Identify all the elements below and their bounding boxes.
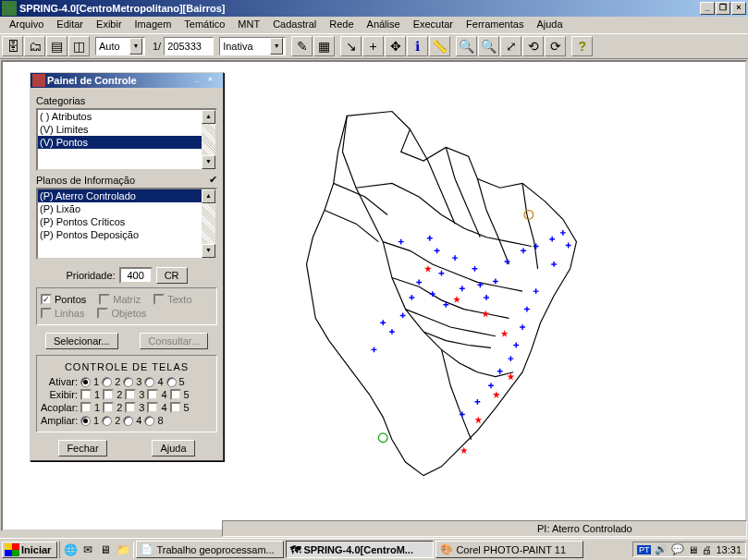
task-button[interactable]: 🗺SPRING-4.0[CentroM... — [286, 541, 434, 558]
outlook-icon[interactable]: ✉ — [80, 542, 96, 558]
check-1[interactable] — [80, 389, 92, 400]
panel-close-button[interactable]: × — [208, 75, 221, 86]
cursor-icon[interactable]: ↘ — [340, 36, 362, 56]
maximize-button[interactable]: ❐ — [716, 2, 730, 15]
menu-cadastral[interactable]: Cadastral — [267, 18, 322, 32]
panel-minimize-button[interactable]: _ — [195, 75, 208, 86]
tray-icon[interactable]: 🖥 — [688, 544, 698, 555]
texto-checkbox[interactable]: Texto — [153, 294, 191, 305]
menu-rede[interactable]: Rede — [324, 18, 359, 32]
check-3[interactable] — [125, 389, 136, 400]
menu-arquivo[interactable]: Arquivo — [4, 18, 49, 32]
next-view-icon[interactable]: ⟳ — [545, 36, 566, 56]
list-item[interactable]: (P) Lixão — [38, 202, 215, 215]
panel-titlebar[interactable]: Painel de Controle _ × — [31, 73, 223, 88]
scale-input[interactable] — [164, 37, 214, 55]
categorias-listbox[interactable]: ( ) Atributos(V) Limites(V) Pontos ▲ ▼ — [36, 108, 217, 171]
check-1[interactable] — [80, 402, 92, 413]
list-item[interactable]: (P) Pontos Deposição — [38, 228, 215, 241]
selecionar-button[interactable]: Selecionar... — [45, 333, 118, 349]
scroll-track[interactable] — [202, 124, 215, 155]
help-icon[interactable]: ? — [571, 36, 593, 56]
database-icon[interactable]: 🗄 — [2, 36, 23, 56]
lang-indicator[interactable]: PT — [637, 545, 652, 554]
radio-1[interactable] — [80, 416, 91, 426]
list-item[interactable]: (V) Limites — [38, 123, 215, 136]
measure-icon[interactable]: 📏 — [429, 36, 450, 56]
zoom-mode-combo[interactable]: Auto — [95, 37, 145, 55]
scroll-down-icon[interactable]: ▼ — [202, 244, 215, 258]
radio-1[interactable] — [80, 377, 91, 387]
radio-5[interactable] — [166, 377, 177, 387]
plus-icon[interactable]: + — [362, 36, 384, 56]
minimize-button[interactable]: _ — [700, 2, 715, 15]
objetos-checkbox[interactable]: Objetos — [97, 308, 146, 319]
info-icon[interactable]: ℹ — [407, 36, 428, 56]
tray-icon[interactable]: 🖨 — [702, 544, 712, 555]
clock[interactable]: 13:31 — [716, 544, 742, 555]
fechar-button[interactable]: Fechar — [58, 440, 106, 457]
radio-3[interactable] — [123, 377, 133, 387]
ajuda-button[interactable]: Ajuda — [152, 440, 194, 457]
start-button[interactable]: Iniciar — [2, 542, 57, 558]
list-item[interactable]: (V) Pontos — [38, 136, 215, 149]
prioridade-label: Prioridade: — [66, 270, 115, 281]
radio-8[interactable] — [144, 416, 154, 426]
ie-icon[interactable]: 🌐 — [62, 542, 79, 558]
list-item[interactable]: ( ) Atributos — [38, 110, 215, 123]
task-button[interactable]: 🎨Corel PHOTO-PAINT 11 — [435, 541, 583, 558]
check-3[interactable] — [125, 402, 136, 413]
task-button[interactable]: 📄Trabalho geoprocessam... — [136, 541, 284, 558]
menu-temático[interactable]: Temático — [178, 18, 230, 32]
project-icon[interactable]: 🗂 — [24, 36, 45, 56]
check-5[interactable] — [170, 389, 181, 400]
scroll-up-icon[interactable]: ▲ — [202, 189, 215, 203]
menu-ajuda[interactable]: Ajuda — [531, 18, 568, 32]
scroll-down-icon[interactable]: ▼ — [202, 155, 215, 169]
scroll-up-icon[interactable]: ▲ — [202, 110, 215, 124]
explorer-icon[interactable]: 📁 — [115, 542, 131, 558]
planos-listbox[interactable]: (P) Aterro Controlado(P) Lixão(P) Pontos… — [36, 188, 217, 260]
pontos-checkbox[interactable]: ✓Pontos — [41, 294, 86, 305]
check-5[interactable] — [170, 402, 181, 413]
tray-icon[interactable]: 💬 — [671, 543, 684, 555]
scrollbar[interactable]: ▲ ▼ — [202, 189, 215, 258]
layer-combo[interactable]: Inativa — [219, 37, 286, 55]
zoom-extent-icon[interactable]: ⤢ — [500, 36, 521, 56]
draw-icon[interactable]: ✎ — [291, 36, 313, 56]
check-2[interactable] — [103, 389, 114, 400]
menu-editar[interactable]: Editar — [51, 18, 89, 32]
scrollbar[interactable]: ▲ ▼ — [202, 110, 215, 169]
menu-mnt[interactable]: MNT — [232, 18, 265, 32]
menu-executar[interactable]: Executar — [408, 18, 459, 32]
check-4[interactable] — [147, 402, 158, 413]
radio-4[interactable] — [123, 416, 133, 426]
prev-view-icon[interactable]: ⟲ — [522, 36, 544, 56]
radio-4[interactable] — [144, 377, 154, 387]
grid-icon[interactable]: ▦ — [313, 36, 335, 56]
menu-ferramentas[interactable]: Ferramentas — [460, 18, 529, 32]
scroll-track[interactable] — [202, 203, 215, 244]
check-4[interactable] — [147, 389, 158, 400]
cr-button[interactable]: CR — [156, 267, 188, 284]
layers-icon[interactable]: ▤ — [46, 36, 67, 56]
prioridade-input[interactable] — [119, 267, 153, 284]
consultar-button[interactable]: Consultar... — [140, 333, 208, 349]
desktop-icon[interactable]: 🖥 — [97, 542, 114, 558]
menu-exibir[interactable]: Exibir — [91, 18, 128, 32]
radio-2[interactable] — [102, 416, 112, 426]
list-item[interactable]: (P) Aterro Controlado — [38, 189, 215, 202]
list-item[interactable]: (P) Pontos Críticos — [38, 215, 215, 228]
menu-imagem[interactable]: Imagem — [129, 18, 178, 32]
pan-icon[interactable]: ✥ — [385, 36, 406, 56]
zoom-in-icon[interactable]: 🔍 — [456, 36, 477, 56]
menu-análise[interactable]: Análise — [362, 18, 406, 32]
zoom-out-icon[interactable]: 🔍 — [478, 36, 499, 56]
radio-2[interactable] — [102, 377, 112, 387]
linhas-checkbox[interactable]: Linhas — [41, 308, 84, 319]
tray-icon[interactable]: 🔊 — [655, 543, 668, 555]
check-2[interactable] — [103, 402, 114, 413]
matriz-checkbox[interactable]: Matriz — [99, 294, 141, 305]
panel-icon[interactable]: ◫ — [68, 36, 90, 56]
close-button[interactable]: × — [731, 2, 746, 15]
